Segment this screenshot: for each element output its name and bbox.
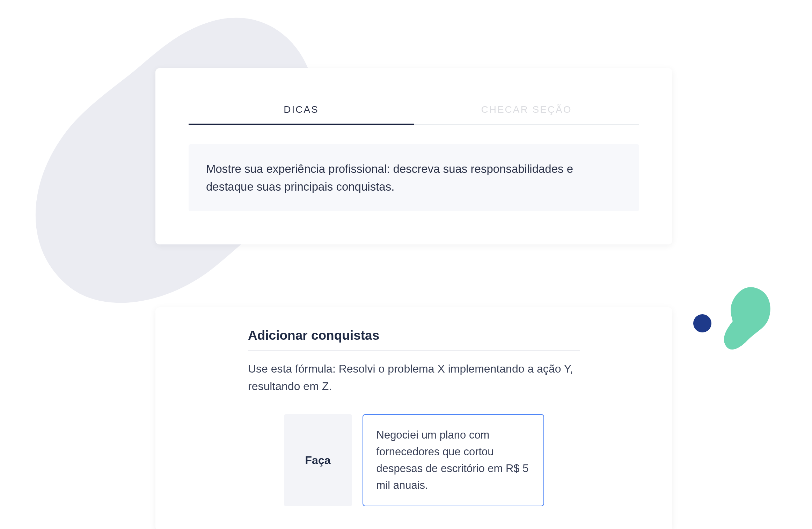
tip-body: Mostre sua experiência profissional: des… (189, 144, 639, 211)
decorative-dot-navy (693, 314, 711, 332)
section-title: Adicionar conquistas (248, 328, 580, 351)
tips-card: DICAS CHECAR SEÇÃO Mostre sua experiênci… (155, 68, 672, 244)
tab-dicas[interactable]: DICAS (189, 98, 414, 124)
achievements-card: Adicionar conquistas Use esta fórmula: R… (155, 307, 672, 529)
tab-checar-secao[interactable]: CHECAR SEÇÃO (414, 98, 639, 124)
tabs-row: DICAS CHECAR SEÇÃO (189, 98, 639, 125)
do-label: Faça (284, 414, 352, 506)
decorative-blob-teal (723, 286, 772, 353)
do-example: Negociei um plano com fornecedores que c… (363, 414, 544, 506)
achievements-inner: Adicionar conquistas Use esta fórmula: R… (248, 328, 580, 506)
section-description: Use esta fórmula: Resolvi o problema X i… (248, 360, 580, 395)
do-row: Faça Negociei um plano com fornecedores … (248, 414, 580, 506)
